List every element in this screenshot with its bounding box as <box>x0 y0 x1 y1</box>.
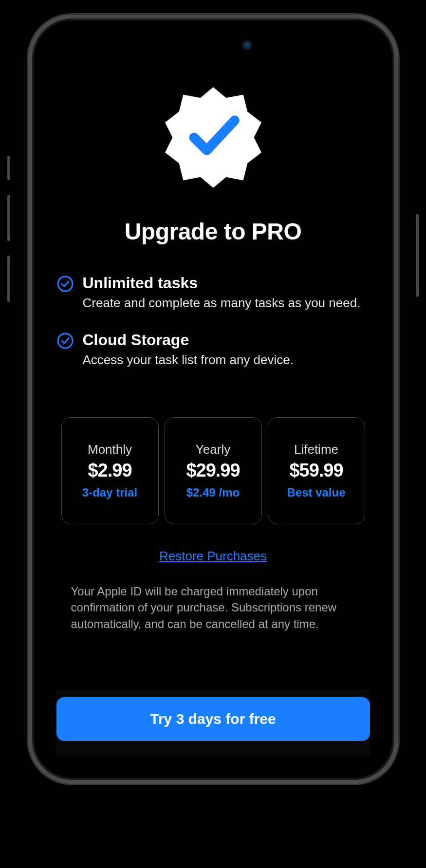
plan-lifetime[interactable]: Lifetime $59.99 Best value <box>268 417 365 524</box>
plan-sublabel: Best value <box>287 486 345 499</box>
plan-label: Lifetime <box>294 442 338 457</box>
verified-seal-icon <box>160 77 267 194</box>
paywall-screen: Upgrade to PRO Unlimited tasks Create an… <box>32 18 394 780</box>
feature-item-unlimited-tasks: Unlimited tasks Create and complete as m… <box>56 274 370 312</box>
disclaimer-text: Your Apple ID will be charged immediatel… <box>56 583 370 632</box>
try-free-button[interactable]: Try 3 days for free <box>56 697 370 741</box>
cta-container: Try 3 days for free <box>56 690 370 756</box>
front-camera-icon <box>242 40 252 50</box>
restore-purchases-container: Restore Purchases <box>56 549 370 564</box>
plan-label: Yearly <box>196 442 230 457</box>
phone-side-buttons-right <box>416 214 419 312</box>
page-title: Upgrade to PRO <box>56 218 370 245</box>
check-circle-icon <box>56 275 74 293</box>
feature-title: Unlimited tasks <box>83 274 370 292</box>
plan-yearly[interactable]: Yearly $29.99 $2.49 /mo <box>165 417 262 524</box>
feature-title: Cloud Storage <box>83 331 370 349</box>
svg-point-1 <box>58 333 73 348</box>
feature-description: Access your task list from any device. <box>83 352 370 369</box>
plan-sublabel: 3-day trial <box>82 486 137 499</box>
plans-row: Monthly $2.99 3-day trial Yearly $29.99 … <box>56 417 370 524</box>
phone-side-buttons-left <box>7 156 10 316</box>
plan-label: Monthly <box>88 442 132 457</box>
feature-description: Create and complete as many tasks as you… <box>83 295 370 312</box>
plan-price: $29.99 <box>186 460 240 481</box>
plan-sublabel: $2.49 /mo <box>186 486 240 499</box>
plan-monthly[interactable]: Monthly $2.99 3-day trial <box>61 417 159 524</box>
phone-frame: Upgrade to PRO Unlimited tasks Create an… <box>28 15 398 784</box>
plan-price: $59.99 <box>289 460 343 481</box>
svg-point-0 <box>58 277 73 291</box>
check-circle-icon <box>56 332 74 350</box>
plan-price: $2.99 <box>88 460 131 481</box>
features-list: Unlimited tasks Create and complete as m… <box>56 274 370 388</box>
restore-purchases-link[interactable]: Restore Purchases <box>159 549 267 563</box>
feature-item-cloud-storage: Cloud Storage Access your task list from… <box>56 331 370 369</box>
dynamic-island <box>165 33 262 57</box>
